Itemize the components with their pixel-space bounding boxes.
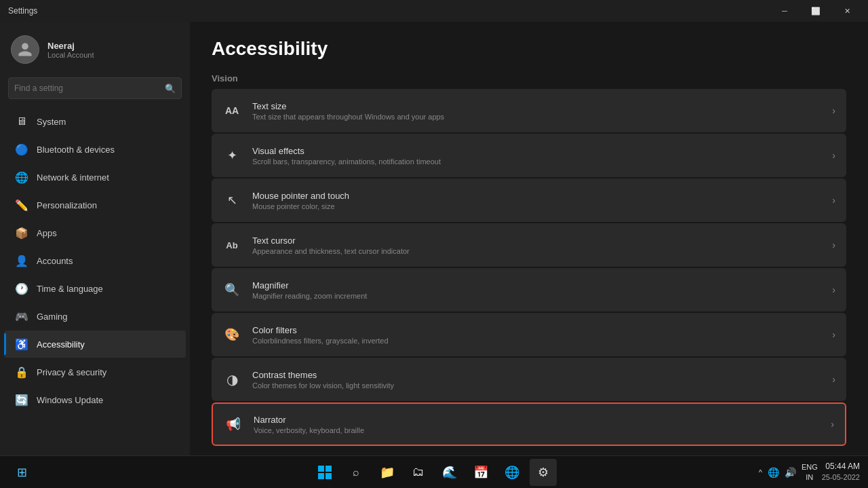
- sidebar-item-label: Gaming: [37, 312, 68, 322]
- taskbar-edge-icon[interactable]: 🌊: [436, 459, 463, 486]
- settings-item-text: Magnifier Magnifier reading, zoom increm…: [252, 280, 821, 300]
- apps-icon: 📦: [15, 226, 28, 240]
- clock-time: 05:44 AM: [822, 461, 860, 472]
- user-account-type: Local Account: [47, 51, 94, 59]
- chevron-right-icon: ›: [832, 284, 835, 295]
- sidebar-item-gaming[interactable]: 🎮 Gaming: [4, 303, 186, 330]
- settings-item-text: Text cursor Appearance and thickness, te…: [252, 236, 821, 255]
- personalization-icon: ✏️: [15, 198, 28, 212]
- settings-item-text-size[interactable]: AA Text size Text size that appears thro…: [212, 89, 846, 132]
- taskbar-settings-icon[interactable]: ⚙: [530, 459, 557, 486]
- app-body: Neeraj Local Account 🔍 🖥 System 🔵 Blueto…: [0, 22, 868, 455]
- settings-item-desc: Scroll bars, transparency, animations, n…: [252, 157, 821, 166]
- avatar: [11, 35, 39, 64]
- settings-item-title: Mouse pointer and touch: [252, 191, 821, 201]
- text-cursor-icon: Ab: [222, 236, 241, 255]
- taskbar-files-icon[interactable]: 📁: [374, 459, 401, 486]
- minimize-button[interactable]: ─: [769, 0, 800, 22]
- chevron-right-icon: ›: [832, 240, 835, 250]
- taskbar-widgets-icon[interactable]: ⊞: [8, 459, 35, 486]
- settings-item-title: Color filters: [252, 325, 821, 335]
- text-size-icon: AA: [222, 101, 241, 120]
- taskbar-search-icon[interactable]: ⌕: [342, 459, 370, 486]
- settings-item-desc: Appearance and thickness, text cursor in…: [252, 247, 821, 255]
- taskbar-folder-icon[interactable]: 🗂: [405, 459, 432, 486]
- taskbar-windows-icon[interactable]: [311, 459, 338, 486]
- tray-volume-icon[interactable]: 🔊: [783, 466, 797, 479]
- user-info: Neeraj Local Account: [47, 41, 94, 59]
- search-box[interactable]: 🔍: [8, 77, 182, 99]
- settings-item-desc: Colorblindness filters, grayscale, inver…: [252, 337, 821, 345]
- section-vision-title: Vision: [212, 73, 846, 83]
- settings-item-text: Text size Text size that appears through…: [252, 101, 821, 121]
- accounts-icon: 👤: [15, 254, 28, 267]
- chevron-right-icon: ›: [832, 195, 835, 206]
- visual-effects-icon: ✦: [222, 146, 241, 165]
- sidebar: Neeraj Local Account 🔍 🖥 System 🔵 Blueto…: [0, 22, 190, 455]
- page-title: Accessibility: [212, 38, 846, 60]
- tray-network-icon[interactable]: 🌐: [766, 466, 781, 479]
- taskbar-center: ⌕ 📁 🗂 🌊 📅 🌐 ⚙: [311, 459, 557, 486]
- sidebar-item-time[interactable]: 🕐 Time & language: [4, 275, 186, 302]
- titlebar: Settings ─ ⬜ ✕: [0, 0, 868, 22]
- sidebar-item-bluetooth[interactable]: 🔵 Bluetooth & devices: [4, 136, 186, 163]
- chevron-right-icon: ›: [832, 329, 835, 340]
- chevron-right-icon: ›: [832, 374, 835, 385]
- close-button[interactable]: ✕: [831, 0, 863, 22]
- settings-item-title: Narrator: [254, 415, 820, 425]
- contrast-themes-icon: ◑: [222, 370, 241, 389]
- settings-item-desc: Magnifier reading, zoom increment: [252, 292, 821, 300]
- settings-item-text-cursor[interactable]: Ab Text cursor Appearance and thickness,…: [212, 223, 846, 267]
- privacy-icon: 🔒: [15, 365, 28, 379]
- settings-item-mouse-pointer[interactable]: ↖ Mouse pointer and touch Mouse pointer …: [212, 179, 846, 222]
- svg-rect-3: [326, 473, 332, 479]
- settings-item-title: Text cursor: [252, 236, 821, 246]
- sidebar-item-network[interactable]: 🌐 Network & internet: [4, 164, 186, 191]
- sidebar-item-label: Accounts: [37, 256, 73, 266]
- accessibility-icon: ♿: [15, 337, 28, 351]
- window-title: Settings: [8, 6, 37, 16]
- update-icon: 🔄: [15, 393, 28, 407]
- settings-item-contrast-themes[interactable]: ◑ Contrast themes Color themes for low v…: [212, 358, 846, 401]
- settings-item-color-filters[interactable]: 🎨 Color filters Colorblindness filters, …: [212, 313, 846, 356]
- taskbar-calendar-icon[interactable]: 📅: [467, 459, 494, 486]
- language-indicator[interactable]: ENG IN: [802, 462, 818, 482]
- settings-item-title: Text size: [252, 101, 821, 111]
- settings-item-desc: Mouse pointer color, size: [252, 202, 821, 210]
- settings-item-desc: Text size that appears throughout Window…: [252, 113, 821, 121]
- settings-item-desc: Color themes for low vision, light sensi…: [252, 381, 821, 390]
- sidebar-nav: 🖥 System 🔵 Bluetooth & devices 🌐 Network…: [0, 107, 190, 414]
- sidebar-item-update[interactable]: 🔄 Windows Update: [4, 386, 186, 413]
- chevron-right-icon: ›: [832, 105, 835, 116]
- maximize-button[interactable]: ⬜: [800, 0, 831, 22]
- sidebar-item-privacy[interactable]: 🔒 Privacy & security: [4, 358, 186, 386]
- windows-logo-icon: [318, 466, 332, 479]
- svg-rect-0: [318, 466, 324, 472]
- user-profile[interactable]: Neeraj Local Account: [0, 22, 190, 75]
- system-tray-icons: ^ 🌐 🔊: [757, 466, 797, 479]
- sidebar-item-label: Bluetooth & devices: [37, 145, 115, 155]
- sidebar-item-accessibility[interactable]: ♿ Accessibility: [4, 331, 186, 358]
- time-icon: 🕐: [15, 282, 28, 295]
- gaming-icon: 🎮: [15, 309, 28, 323]
- sidebar-item-system[interactable]: 🖥 System: [4, 108, 186, 135]
- sidebar-item-personalization[interactable]: ✏️ Personalization: [4, 191, 186, 219]
- mouse-pointer-icon: ↖: [222, 191, 241, 210]
- settings-item-magnifier[interactable]: 🔍 Magnifier Magnifier reading, zoom incr…: [212, 268, 846, 312]
- system-clock[interactable]: 05:44 AM 25-05-2022: [822, 461, 860, 483]
- settings-item-visual-effects[interactable]: ✦ Visual effects Scroll bars, transparen…: [212, 134, 846, 177]
- narrator-icon: 📢: [224, 415, 243, 434]
- search-input[interactable]: [14, 83, 165, 93]
- magnifier-icon: 🔍: [222, 280, 241, 299]
- main-content: Accessibility Vision AA Text size Text s…: [190, 22, 868, 455]
- taskbar: ⊞ ⌕ 📁 🗂 🌊 📅 🌐 ⚙ ^ 🌐 🔊 ENG IN 05:: [0, 455, 868, 488]
- taskbar-chrome-icon[interactable]: 🌐: [498, 459, 526, 486]
- sidebar-item-apps[interactable]: 📦 Apps: [4, 219, 186, 246]
- sidebar-item-label: Time & language: [37, 284, 103, 294]
- settings-item-narrator[interactable]: 📢 Narrator Voice, verbosity, keyboard, b…: [212, 402, 846, 446]
- settings-item-text: Mouse pointer and touch Mouse pointer co…: [252, 191, 821, 210]
- tray-chevron-icon[interactable]: ^: [757, 467, 764, 478]
- settings-item-desc: Voice, verbosity, keyboard, braille: [254, 426, 820, 434]
- system-icon: 🖥: [15, 115, 28, 128]
- sidebar-item-accounts[interactable]: 👤 Accounts: [4, 247, 186, 274]
